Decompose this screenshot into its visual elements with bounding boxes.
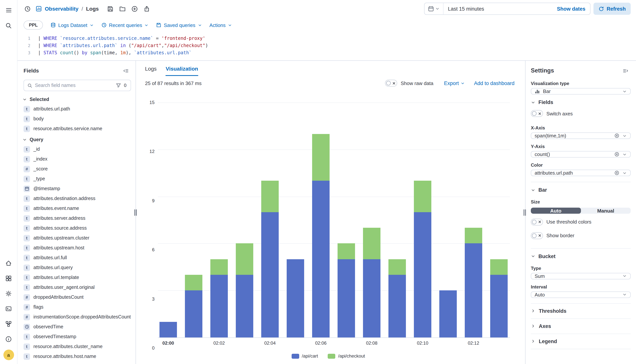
field-item[interactable]: tresource.attributes.cluster_name xyxy=(18,342,136,352)
bar-02:06[interactable] xyxy=(312,102,330,338)
bar-02:11[interactable] xyxy=(439,102,457,338)
bar-02:03[interactable] xyxy=(236,102,253,338)
tab-logs[interactable]: Logs xyxy=(145,66,157,76)
field-search-input[interactable] xyxy=(35,83,113,88)
section-bar-header[interactable]: Bar xyxy=(531,182,631,194)
viz-type-select[interactable]: Bar xyxy=(531,88,631,94)
field-item[interactable]: tattributes.upstream.host xyxy=(18,243,136,253)
fields-resize-handle[interactable] xyxy=(134,209,138,216)
recent-queries-button[interactable]: Recent queries xyxy=(101,22,149,28)
menu-button[interactable] xyxy=(3,4,15,16)
field-item[interactable]: tattributes.server.address xyxy=(18,213,136,223)
bar-02:00[interactable] xyxy=(160,102,177,338)
show-border-toggle[interactable] xyxy=(531,232,543,239)
bucket-interval-select[interactable]: Auto xyxy=(531,292,631,298)
legend-item[interactable]: /api/checkout xyxy=(328,353,365,359)
bar-02:01[interactable] xyxy=(185,102,202,338)
switch-axes-toggle[interactable] xyxy=(531,110,543,117)
field-item[interactable]: tattributes.source.address xyxy=(18,223,136,233)
field-item[interactable]: observedTime xyxy=(18,322,136,332)
settings-menu-button[interactable] xyxy=(620,65,631,76)
field-group-selected[interactable]: Selected xyxy=(18,93,136,104)
query-language-button[interactable]: PPL xyxy=(24,20,43,30)
field-item[interactable]: tattributes.event.name xyxy=(18,204,136,213)
bar-02:02[interactable] xyxy=(210,102,228,338)
bar-02:05[interactable] xyxy=(287,102,304,338)
settings-rail-button[interactable] xyxy=(3,287,15,300)
section-axes-header[interactable]: Axes xyxy=(531,318,631,334)
home-button[interactable] xyxy=(3,257,15,269)
show-raw-data-toggle[interactable] xyxy=(385,80,397,86)
field-item[interactable]: t_type xyxy=(18,174,136,184)
settings-resize-handle[interactable] xyxy=(524,209,527,216)
bucket-type-select[interactable]: Sum xyxy=(531,273,631,279)
breadcrumb-app[interactable]: Observability xyxy=(45,6,79,12)
section-thresholds-header[interactable]: Thresholds xyxy=(531,303,631,318)
field-item[interactable]: t_index xyxy=(18,154,136,164)
global-search-button[interactable] xyxy=(3,19,15,32)
field-item[interactable]: tresource.attributes.host.name xyxy=(18,352,136,361)
field-item[interactable]: tattributes.destination.address xyxy=(18,194,136,204)
date-range-value[interactable]: Last 15 minutes xyxy=(443,6,557,12)
legend-item[interactable]: /api/cart xyxy=(292,353,318,359)
saved-queries-button[interactable]: Saved queries xyxy=(156,22,202,28)
actions-button[interactable]: Actions xyxy=(209,22,232,28)
settings-panel: Settings Visualization type Bar xyxy=(525,61,636,364)
field-item[interactable]: tresource.attributes.service.name xyxy=(18,124,136,134)
size-auto-button[interactable]: Auto xyxy=(531,208,581,214)
y-axis-select[interactable]: count() xyxy=(531,151,631,158)
clear-icon[interactable] xyxy=(614,133,619,138)
save-button[interactable] xyxy=(105,4,116,14)
export-button[interactable]: Export xyxy=(444,80,465,86)
date-quick-select-button[interactable] xyxy=(424,3,443,14)
bar-02:10[interactable] xyxy=(414,102,431,338)
clear-icon[interactable] xyxy=(614,170,619,175)
field-item[interactable]: #_score xyxy=(18,164,136,174)
field-group-query[interactable]: Query xyxy=(18,134,136,144)
x-axis-select[interactable]: span(time,1m) xyxy=(531,132,631,139)
field-item[interactable]: #droppedAttributesCount xyxy=(18,292,136,302)
field-item[interactable]: tattributes.user_agent.original xyxy=(18,282,136,292)
recently-viewed-button[interactable] xyxy=(22,4,33,14)
field-item[interactable]: tobservedTimestamp xyxy=(18,332,136,342)
field-item[interactable]: tbody xyxy=(18,114,136,124)
bar-02:08[interactable] xyxy=(363,102,380,338)
integrations-button[interactable] xyxy=(3,318,15,330)
field-item[interactable]: tattributes.url.template xyxy=(18,272,136,282)
field-item[interactable]: t_id xyxy=(18,144,136,154)
new-button[interactable] xyxy=(129,4,140,14)
bar-02:07[interactable] xyxy=(338,102,355,338)
section-legend-header[interactable]: Legend xyxy=(531,334,631,349)
bar-02:12[interactable] xyxy=(465,102,482,338)
field-item[interactable]: tattributes.url.query xyxy=(18,263,136,272)
tab-visualization[interactable]: Visualization xyxy=(166,66,198,76)
collapse-fields-button[interactable] xyxy=(120,65,131,76)
field-item[interactable]: #flags xyxy=(18,302,136,312)
field-filter-button[interactable] xyxy=(116,83,121,88)
field-item[interactable]: tattributes.upstream.cluster xyxy=(18,233,136,243)
query-editor[interactable]: 1| WHERE `resource.attributes.service.na… xyxy=(18,32,636,61)
bar-02:04[interactable] xyxy=(261,102,279,338)
size-manual-button[interactable]: Manual xyxy=(581,208,631,214)
refresh-button[interactable]: Refresh xyxy=(593,3,631,15)
bar-02:13[interactable] xyxy=(490,102,508,338)
field-item[interactable]: #instrumentationScope.droppedAttributesC… xyxy=(18,312,136,322)
clear-icon[interactable] xyxy=(614,152,619,157)
apps-button[interactable] xyxy=(3,272,15,284)
bar-02:09[interactable] xyxy=(388,102,406,338)
dataset-selector[interactable]: Logs Dataset xyxy=(51,22,94,28)
section-fields-header[interactable]: Fields xyxy=(531,94,631,107)
help-button[interactable] xyxy=(3,333,15,345)
color-select[interactable]: attributes.url.path xyxy=(531,170,631,176)
user-avatar[interactable]: a xyxy=(3,350,14,360)
section-bucket-header[interactable]: Bucket xyxy=(531,248,631,261)
field-item[interactable]: @timestamp xyxy=(18,184,136,194)
field-item[interactable]: tattributes.url.path xyxy=(18,104,136,114)
show-dates-button[interactable]: Show dates xyxy=(557,6,590,12)
field-item[interactable]: tattributes.url.full xyxy=(18,253,136,263)
use-threshold-colors-toggle[interactable] xyxy=(531,219,543,226)
add-to-dashboard-button[interactable]: Add to dashboard xyxy=(474,80,514,86)
open-button[interactable] xyxy=(117,4,128,14)
share-button[interactable] xyxy=(141,4,152,14)
console-button[interactable] xyxy=(3,302,15,315)
